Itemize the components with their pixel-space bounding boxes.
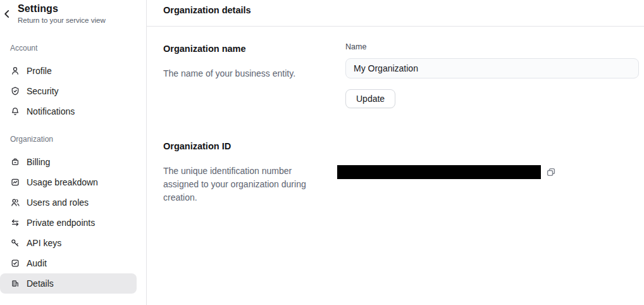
organization-id-heading: Organization ID: [163, 142, 333, 151]
sidebar-item-billing[interactable]: Billing: [0, 152, 137, 172]
sidebar-item-notifications[interactable]: Notifications: [0, 101, 137, 121]
organization-name-description: The name of your business entity.: [163, 67, 333, 80]
back-button[interactable]: [1, 8, 13, 20]
audit-check-icon: [10, 258, 20, 268]
sidebar-item-security[interactable]: Security: [0, 81, 137, 101]
main-panel: Organization details Organization name T…: [147, 0, 644, 305]
sidebar-item-label: Usage breakdown: [27, 177, 98, 187]
page-title: Organization details: [147, 0, 644, 27]
section-label-organization: Organization: [10, 135, 136, 144]
sidebar-header: Settings Return to your service view: [0, 0, 146, 25]
organization-name-heading: Organization name: [163, 44, 333, 54]
copy-button[interactable]: [545, 166, 557, 178]
sidebar-item-details[interactable]: Details: [0, 273, 137, 294]
organization-id-section: Organization ID The unique identificatio…: [163, 142, 639, 204]
sidebar-item-private-endpoints[interactable]: Private endpoints: [0, 213, 137, 233]
account-nav: Profile Security Notifications: [0, 61, 146, 121]
sidebar-item-api-keys[interactable]: API keys: [0, 233, 137, 253]
sidebar-item-label: Profile: [27, 66, 52, 76]
building-icon: [10, 278, 20, 289]
key-icon: [10, 238, 20, 248]
chart-icon: [10, 177, 20, 187]
swap-arrows-icon: [10, 218, 20, 228]
organization-name-form: Name Update: [345, 44, 639, 108]
sidebar-item-label: Audit: [27, 258, 47, 268]
copy-icon: [545, 166, 557, 178]
user-icon: [10, 66, 20, 76]
organization-id-value-area: [337, 142, 639, 204]
sidebar-title: Settings: [18, 3, 136, 15]
sidebar-item-label: Users and roles: [27, 197, 89, 208]
sidebar-item-label: Details: [27, 278, 54, 289]
chevron-left-icon: [1, 8, 13, 20]
shield-check-icon: [10, 86, 20, 96]
sidebar-item-users-and-roles[interactable]: Users and roles: [0, 192, 137, 213]
organization-nav: Billing Usage breakdown Users and roles …: [0, 152, 146, 294]
sidebar-item-label: Notifications: [27, 106, 75, 116]
organization-id-info: Organization ID The unique identificatio…: [163, 142, 345, 204]
invoice-icon: [10, 157, 20, 167]
sidebar-item-audit[interactable]: Audit: [0, 253, 137, 273]
update-button[interactable]: Update: [345, 89, 395, 108]
users-icon: [10, 197, 20, 208]
organization-id-description: The unique identification number assigne…: [163, 165, 323, 204]
settings-sidebar: Settings Return to your service view Acc…: [0, 0, 147, 305]
sidebar-item-usage-breakdown[interactable]: Usage breakdown: [0, 172, 137, 192]
sidebar-item-label: Private endpoints: [27, 218, 95, 228]
sidebar-item-profile[interactable]: Profile: [0, 61, 137, 81]
bell-icon: [10, 106, 20, 116]
organization-name-section: Organization name The name of your busin…: [163, 44, 639, 108]
organization-id-redacted-value: [337, 165, 541, 179]
sidebar-item-label: API keys: [27, 238, 61, 248]
details-content: Organization name The name of your busin…: [147, 27, 644, 204]
section-label-account: Account: [10, 44, 136, 53]
organization-name-info: Organization name The name of your busin…: [163, 44, 345, 108]
name-field-label: Name: [345, 42, 639, 52]
sidebar-subtitle: Return to your service view: [18, 16, 136, 25]
name-input[interactable]: [345, 58, 639, 78]
sidebar-item-label: Billing: [27, 157, 50, 167]
sidebar-item-label: Security: [27, 86, 59, 96]
